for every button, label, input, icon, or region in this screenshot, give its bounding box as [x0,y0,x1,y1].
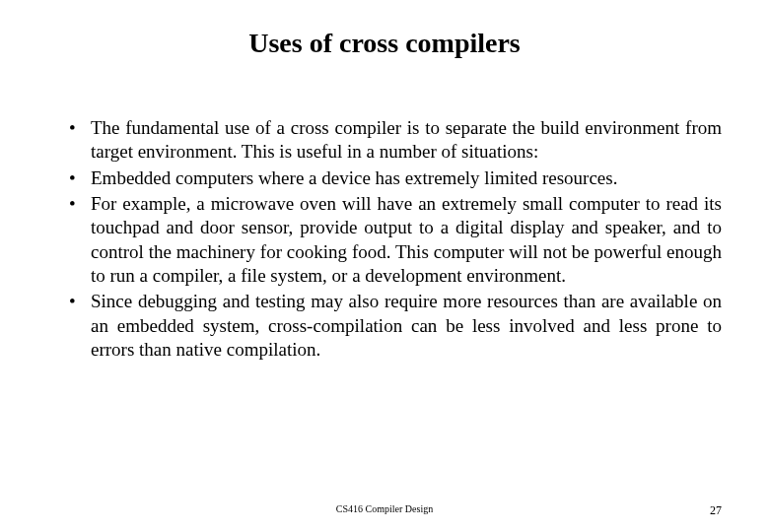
list-item: Embedded computers where a device has ex… [69,166,722,190]
list-item: Since debugging and testing may also req… [69,290,722,362]
slide-title: Uses of cross compilers [47,28,722,59]
slide-content: The fundamental use of a cross compiler … [47,116,722,362]
list-item: For example, a microwave oven will have … [69,192,722,288]
footer-page-number: 27 [710,503,722,518]
slide-footer: CS416 Compiler Design 27 [0,503,769,518]
footer-course: CS416 Compiler Design [336,503,433,514]
slide-container: Uses of cross compilers The fundamental … [0,0,769,532]
bullet-list: The fundamental use of a cross compiler … [69,116,722,362]
list-item: The fundamental use of a cross compiler … [69,116,722,165]
